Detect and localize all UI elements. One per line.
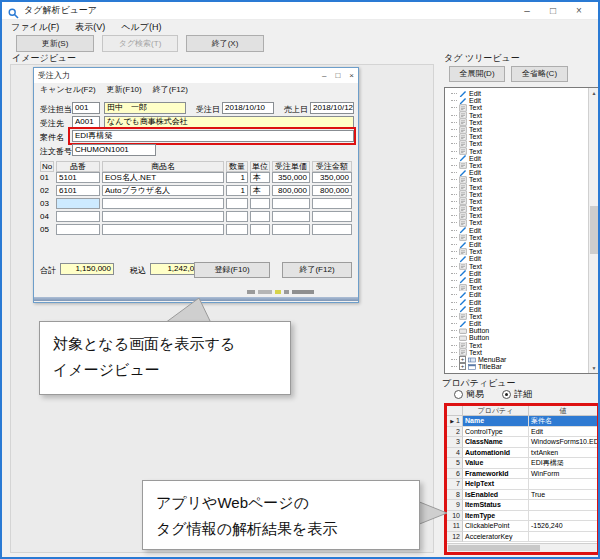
item-name-cell[interactable] xyxy=(102,211,224,222)
property-row[interactable]: 5 Value EDI再構築 xyxy=(447,458,597,469)
customer-code-field[interactable]: A001 xyxy=(72,116,100,128)
qty-cell[interactable] xyxy=(226,211,248,222)
scroll-down-arrow[interactable]: ▼ xyxy=(589,363,599,373)
property-row[interactable]: 1 Name 案件名 xyxy=(447,416,597,427)
tree-item[interactable]: + Text xyxy=(445,148,588,155)
tree-item[interactable]: + Edit xyxy=(445,306,588,313)
tree-item[interactable]: + Edit xyxy=(445,298,588,305)
qty-cell[interactable] xyxy=(226,198,248,209)
form-exit-button[interactable]: 終了(F12) xyxy=(282,262,352,278)
unit-cell[interactable] xyxy=(250,198,270,209)
tree-item[interactable]: + Text xyxy=(445,104,588,111)
item-name-cell[interactable]: EOS名人.NET xyxy=(102,172,224,183)
tree-item[interactable]: + Edit xyxy=(445,97,588,104)
property-row[interactable]: 12 AcceleratorKey xyxy=(447,532,597,543)
tree-item[interactable]: + Edit xyxy=(445,291,588,298)
unit-cell[interactable]: 本 xyxy=(250,185,270,196)
item-name-cell[interactable] xyxy=(102,224,224,235)
amount-cell[interactable] xyxy=(312,198,352,209)
tree-item[interactable]: + Text xyxy=(445,248,588,255)
menu-item[interactable]: ヘルプ(H) xyxy=(121,21,161,34)
unit-cell[interactable]: 本 xyxy=(250,172,270,183)
item-code-cell[interactable] xyxy=(56,211,100,222)
tree-item[interactable]: + Edit xyxy=(445,227,588,234)
minimize-icon[interactable]: – xyxy=(322,71,326,80)
maximize-icon[interactable]: □ xyxy=(335,71,340,80)
qty-cell[interactable]: 1 xyxy=(226,185,248,196)
register-button[interactable]: 登録(F10) xyxy=(194,262,270,278)
maximize-button[interactable]: □ xyxy=(540,3,566,19)
tree-item[interactable]: + TitleBar xyxy=(445,363,588,370)
price-cell[interactable]: 800,000 xyxy=(272,185,310,196)
item-code-cell[interactable]: 6101 xyxy=(56,185,100,196)
amount-cell[interactable] xyxy=(312,211,352,222)
scroll-up-arrow[interactable]: ▲ xyxy=(589,88,599,98)
tree-item[interactable]: + Text xyxy=(445,176,588,183)
sales-date-field[interactable]: 2018/10/12 xyxy=(310,102,354,114)
tree-item[interactable]: + Text xyxy=(445,205,588,212)
unit-cell[interactable] xyxy=(250,224,270,235)
property-row[interactable]: 10 ItemType xyxy=(447,511,597,522)
customer-name-field[interactable]: なんでも商事株式会社 xyxy=(104,116,354,128)
scroll-thumb[interactable] xyxy=(590,206,599,254)
tree-item[interactable]: + Edit xyxy=(445,155,588,162)
h-scroll-thumb[interactable] xyxy=(448,545,540,551)
tree-item[interactable]: + Edit xyxy=(445,169,588,176)
tree-item[interactable]: + Text xyxy=(445,234,588,241)
close-icon[interactable]: × xyxy=(349,71,354,80)
order-no-field[interactable]: CHUMON1001 xyxy=(72,144,156,156)
expand-plus-icon[interactable]: + xyxy=(459,363,466,370)
tree-item[interactable]: + Text xyxy=(445,162,588,169)
tree-item[interactable]: + Edit xyxy=(445,277,588,284)
tree-item[interactable]: + Text xyxy=(445,263,588,270)
property-row[interactable]: 2 ControlType Edit xyxy=(447,427,597,438)
refresh-button[interactable]: 更新(S) xyxy=(16,35,94,52)
property-horizontal-scrollbar[interactable] xyxy=(447,543,597,552)
tree-item[interactable]: + Text xyxy=(445,212,588,219)
tree-item[interactable]: + Text xyxy=(445,133,588,140)
tree-item[interactable]: + Text xyxy=(445,119,588,126)
tree-item[interactable]: + Text xyxy=(445,198,588,205)
exit-button[interactable]: 終了(X) xyxy=(186,35,264,52)
item-name-cell[interactable] xyxy=(102,198,224,209)
tree-item[interactable]: + Text xyxy=(445,313,588,320)
tree-item[interactable]: + Text xyxy=(445,342,588,349)
tree-item[interactable]: + Text xyxy=(445,191,588,198)
order-staff-code-field[interactable]: 001 xyxy=(72,102,100,114)
expand-all-button[interactable]: 全展開(D) xyxy=(449,66,505,82)
price-cell[interactable] xyxy=(272,211,310,222)
tree-item[interactable]: + Text xyxy=(445,126,588,133)
tree-vertical-scrollbar[interactable]: ▲ ▼ xyxy=(588,88,599,373)
price-cell[interactable] xyxy=(272,198,310,209)
item-code-cell[interactable] xyxy=(56,224,100,235)
price-cell[interactable]: 350,000 xyxy=(272,172,310,183)
close-button[interactable]: × xyxy=(566,3,592,19)
tree-item[interactable]: + Edit xyxy=(445,270,588,277)
property-row[interactable]: 7 HelpText xyxy=(447,479,597,490)
expand-plus-icon[interactable]: + xyxy=(459,356,466,363)
tree-item[interactable]: + Button xyxy=(445,327,588,334)
tree-item[interactable]: + Text xyxy=(445,183,588,190)
menu-item[interactable]: ファイル(F) xyxy=(11,21,59,34)
tree-item[interactable]: + Text xyxy=(445,219,588,226)
amount-cell[interactable]: 800,000 xyxy=(312,185,352,196)
tree-item[interactable]: + Edit xyxy=(445,90,588,97)
property-row[interactable]: 6 FrameworkId WinForm xyxy=(447,469,597,480)
amount-cell[interactable]: 350,000 xyxy=(312,172,352,183)
item-code-cell[interactable]: 5101 xyxy=(56,172,100,183)
tree-item[interactable]: + Edit xyxy=(445,320,588,327)
order-staff-name-field[interactable]: 田中 一郎 xyxy=(104,102,186,114)
qty-cell[interactable] xyxy=(226,224,248,235)
property-row[interactable]: 3 ClassName WindowsForms10.EDIT.a xyxy=(447,437,597,448)
collapse-all-button[interactable]: 全省略(C) xyxy=(511,66,568,82)
minimize-button[interactable]: – xyxy=(514,3,540,19)
tree-item[interactable]: + Text xyxy=(445,112,588,119)
radio-circle-checked-icon[interactable] xyxy=(502,390,511,399)
amount-cell[interactable] xyxy=(312,224,352,235)
qty-cell[interactable]: 1 xyxy=(226,172,248,183)
radio-simple[interactable]: 簡易 xyxy=(454,388,484,401)
item-name-cell[interactable]: Autoブラウザ名人 xyxy=(102,185,224,196)
unit-cell[interactable] xyxy=(250,211,270,222)
tree-item[interactable]: + MenuBar xyxy=(445,356,588,363)
item-code-cell[interactable] xyxy=(56,198,100,209)
